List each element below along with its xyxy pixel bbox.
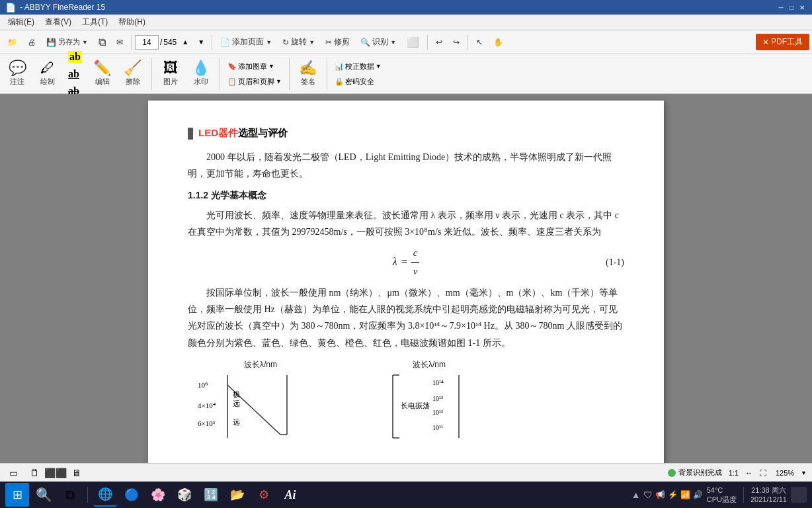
sep2 [212, 35, 212, 50]
taskview-icon: ⧉ [65, 487, 75, 503]
header-bar [188, 128, 193, 140]
status-bar: ▭ 🗒 ⬛⬛ 🖥 背景识别完成 1:1 ↔ ⛶ 125% ▼ [0, 463, 812, 482]
status-icon-2[interactable]: 🗒 [26, 465, 42, 481]
cpu-temp: 54°C [707, 486, 737, 495]
status-icon-4[interactable]: 🖥 [69, 465, 85, 481]
redo-button[interactable]: ↪ [448, 33, 464, 52]
menu-tools[interactable]: 工具(T) [77, 15, 113, 29]
right-diagram: 波长λ/nm 长电振荡 10¹⁴ 10¹³ 10¹² [386, 358, 472, 445]
taskbar-chrome[interactable]: 🔵 [120, 483, 143, 507]
export-button[interactable]: ⬜ [402, 33, 424, 52]
page-total: 545 [163, 38, 177, 47]
pan-button[interactable]: ✋ [489, 33, 508, 52]
ab-group: ab ab ab [63, 48, 87, 101]
minimize-button[interactable]: ─ [776, 3, 786, 12]
select-button[interactable]: ↖ [471, 33, 487, 52]
password-button[interactable]: 🔒 密码安全 [331, 75, 385, 89]
watermark-icon: 💧 [192, 61, 210, 75]
ab-underline-icon: ab [68, 68, 79, 80]
page-input[interactable] [135, 35, 159, 50]
recognize-label: 识别 [372, 36, 388, 48]
taskbar-taskview[interactable]: ⧉ [58, 483, 82, 507]
edit-icon: ✏️ [93, 61, 111, 75]
picasa-icon: 🌸 [151, 487, 165, 502]
image-button[interactable]: 🖼 图片 [156, 56, 185, 92]
svg-text:10¹⁴: 10¹⁴ [432, 379, 444, 386]
taskbar-calculator[interactable]: 🔢 [199, 483, 223, 507]
ab-highlight-icon: ab [68, 51, 82, 63]
internet-icon[interactable]: 📶 [680, 490, 690, 499]
ai-label-text: Ai [284, 488, 296, 502]
pdf-tools-label: PDF工具 [771, 36, 803, 48]
page-down-button[interactable]: ▼ [194, 35, 208, 50]
chapter-dropdown: ▼ [268, 63, 274, 69]
sep3 [427, 35, 428, 50]
correct-data-button[interactable]: 📊 校正数据 ▼ [331, 60, 385, 73]
usb-icon[interactable]: ⚡ [668, 490, 678, 499]
copy-button[interactable]: ⧉ [94, 33, 110, 52]
taskbar-extra1[interactable]: 🎲 [173, 483, 196, 507]
formula-display: λ = c ν [393, 244, 420, 280]
sys-icon2[interactable]: 📢 [655, 490, 665, 499]
ab-underline-button[interactable]: ab [65, 66, 85, 82]
add-chapter-label: 添加图章 [238, 62, 267, 71]
arrow-up-tray[interactable]: ▲ [631, 489, 641, 500]
taskbar-csgo[interactable]: ⚙ [252, 483, 276, 507]
date-display: 2021/12/11 [751, 495, 787, 504]
export-icon: ⬜ [407, 36, 419, 48]
page-up-button[interactable]: ▲ [178, 35, 192, 50]
taskbar-right: ▲ 🛡 📢 ⚡ 📶 🔊 54°C CPU温度 21:38 周六 2021/12/… [631, 486, 807, 505]
win-defender[interactable]: 🛡 [643, 489, 653, 500]
close-button[interactable]: ✕ [797, 3, 807, 12]
menu-help[interactable]: 帮助(H) [113, 15, 151, 29]
status-icon-1[interactable]: ▭ [5, 465, 21, 481]
page-nav: / 545 ▲ ▼ [135, 35, 208, 50]
crop-button[interactable]: ✂ 修剪 [321, 33, 354, 52]
maximize-button[interactable]: □ [787, 3, 796, 12]
taskbar-ai-app[interactable]: Ai [278, 483, 302, 507]
erase-button[interactable]: 🧹 擦除 [118, 56, 147, 92]
sys-tray: ▲ 🛡 📢 ⚡ 📶 🔊 [631, 489, 703, 500]
add-page-button[interactable]: 📄 添加页面 ▼ [216, 33, 276, 52]
rotate-button[interactable]: ↻ 旋转 ▼ [278, 33, 319, 52]
email-button[interactable]: ✉ [112, 33, 128, 52]
chapter-footer-group: 🔖 添加图章 ▼ 📋 页眉和页脚 ▼ [224, 60, 285, 89]
menu-view[interactable]: 查看(V) [40, 15, 77, 29]
recognize-button[interactable]: 🔍 识别 ▼ [356, 33, 401, 52]
edit-button[interactable]: ✏️ 编辑 [88, 56, 117, 92]
password-label: 密码安全 [345, 77, 374, 87]
taskbar-edge[interactable]: 🌐 [93, 483, 117, 507]
copy-icon: ⧉ [99, 36, 106, 48]
frac-numerator: c [411, 244, 420, 263]
show-desktop-button[interactable] [791, 487, 807, 503]
para2: 光可用波长、频率、速度等物理量来表征。波长通常用 λ 表示，频率用 ν 表示，光… [188, 207, 624, 240]
annotate-button[interactable]: 💬 注注 [3, 56, 32, 92]
header-footer-button[interactable]: 📋 页眉和页脚 ▼ [224, 75, 285, 89]
volume-icon[interactable]: 🔊 [693, 490, 703, 499]
svg-text:6×10³: 6×10³ [198, 419, 216, 427]
print-button[interactable]: 🖨 [23, 33, 40, 52]
image-label: 图片 [163, 77, 178, 87]
title-bar-controls[interactable]: ─ □ ✕ [776, 3, 807, 12]
green-dot [668, 469, 676, 477]
start-button[interactable]: ⊞ [5, 483, 29, 507]
pdf-tools-button[interactable]: ✕ PDF工具 [756, 34, 809, 50]
status-icon-3[interactable]: ⬛⬛ [48, 465, 63, 481]
taskbar-search[interactable]: 🔍 [32, 483, 56, 507]
fullscreen-icon[interactable]: ⛶ [759, 469, 766, 477]
time: 21:38 [751, 486, 770, 494]
add-chapter-button[interactable]: 🔖 添加图章 ▼ [224, 60, 285, 73]
section-heading: 1.1.2 光学基本概念 [188, 187, 624, 204]
taskbar-files[interactable]: 📂 [225, 483, 249, 507]
open-button[interactable]: 📁 [3, 33, 22, 52]
sign-button[interactable]: ✍ 签名 [294, 56, 323, 92]
watermark-button[interactable]: 💧 水印 [186, 56, 216, 92]
sign-icon: ✍ [299, 61, 317, 75]
draw-button[interactable]: 🖊 绘制 [33, 56, 62, 92]
taskbar-picasa[interactable]: 🌸 [146, 483, 170, 507]
menu-edit[interactable]: 编辑(E) [3, 15, 40, 29]
clock-display[interactable]: 21:38 周六 2021/12/11 [751, 486, 787, 505]
ab-highlight-button[interactable]: ab [65, 49, 85, 65]
zoom-dropdown-icon[interactable]: ▼ [801, 470, 807, 476]
undo-button[interactable]: ↩ [431, 33, 447, 52]
